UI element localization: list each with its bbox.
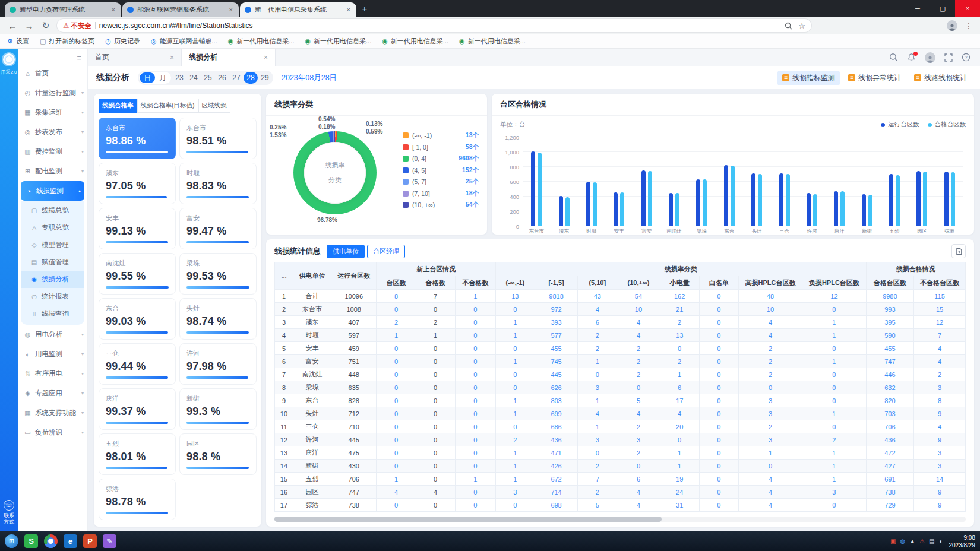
table-cell-link[interactable]: 395: [866, 316, 914, 329]
table-cell-link[interactable]: 2: [802, 433, 866, 446]
table-cell-link[interactable]: 6: [617, 473, 660, 486]
bar-运行台区数[interactable]: [614, 192, 618, 226]
table-cell-link[interactable]: 2: [377, 316, 416, 329]
table-cell-link[interactable]: 0: [699, 420, 738, 433]
export-button[interactable]: [951, 244, 966, 258]
sidebar-item[interactable]: ⇅有序用电▾: [18, 364, 87, 384]
table-cell-link[interactable]: 1: [802, 407, 866, 420]
bookmark-item[interactable]: ◷ 历史记录: [105, 37, 140, 46]
table-cell-link[interactable]: 3: [578, 433, 617, 446]
table-cell-link[interactable]: 0: [455, 407, 495, 420]
table-cell-link[interactable]: 1: [495, 460, 535, 473]
period-option[interactable]: 月: [155, 72, 170, 83]
wps-icon[interactable]: S: [24, 534, 38, 548]
bar-运行台区数[interactable]: [889, 174, 893, 226]
table-cell-link[interactable]: 0: [377, 446, 416, 460]
legend-item[interactable]: 运行台区数: [881, 121, 919, 129]
table-cell-link[interactable]: 9: [914, 407, 966, 420]
table-cell-link[interactable]: 0: [495, 420, 535, 433]
region-card[interactable]: 弶港 98.78 %: [99, 479, 176, 520]
table-cell-link[interactable]: 632: [866, 381, 914, 394]
table-cell-link[interactable]: 9: [914, 499, 966, 512]
sidebar-item[interactable]: ▦采集运维▾: [18, 103, 87, 122]
table-cell-link[interactable]: 3: [914, 460, 966, 473]
sidebar-item[interactable]: ◎抄表发布▾: [18, 122, 87, 142]
table-cell-link[interactable]: 0: [802, 303, 866, 316]
sidebar-subitem[interactable]: ▢线损总览: [21, 202, 84, 219]
table-cell-link[interactable]: 0: [455, 355, 495, 368]
table-cell-link[interactable]: 0: [699, 460, 738, 473]
profile-avatar[interactable]: [947, 20, 957, 31]
horizontal-scrollbar[interactable]: [274, 517, 966, 522]
bar-group[interactable]: [936, 137, 963, 226]
table-cell-link[interactable]: 1: [802, 316, 866, 329]
table-cell-link[interactable]: 0: [377, 368, 416, 381]
table-cell-link[interactable]: 747: [866, 355, 914, 368]
table-cell-link[interactable]: 0: [578, 368, 617, 381]
table-cell-link[interactable]: 0: [699, 473, 738, 486]
table-cell-link[interactable]: 472: [866, 446, 914, 460]
table-cell-link[interactable]: 729: [866, 499, 914, 512]
table-cell-link[interactable]: 2: [738, 342, 802, 355]
sidebar-subitem[interactable]: ▯线损查询: [21, 305, 84, 322]
table-cell-link[interactable]: 0: [455, 329, 495, 342]
day-option[interactable]: 29: [258, 72, 272, 84]
table-cell-link[interactable]: 0: [802, 394, 866, 407]
table-cell-link[interactable]: 0: [377, 342, 416, 355]
table-cell-link[interactable]: 1: [738, 446, 802, 460]
table-cell-link[interactable]: 803: [535, 394, 577, 407]
table-cell-link[interactable]: 8: [914, 394, 966, 407]
table-cell-link[interactable]: 0: [699, 355, 738, 368]
forward-icon[interactable]: →: [24, 21, 34, 31]
table-cell-link[interactable]: 1: [377, 329, 416, 342]
table-cell-link[interactable]: 48: [738, 290, 802, 303]
table-cell-link[interactable]: 1: [578, 355, 617, 368]
region-card[interactable]: 新街 99.3 %: [179, 388, 257, 430]
loss-rate-donut-chart[interactable]: 线损率 分类: [293, 131, 377, 214]
table-cell-link[interactable]: 0: [455, 446, 495, 460]
table-cell-link[interactable]: 6: [660, 381, 699, 394]
day-option[interactable]: 24: [186, 72, 201, 84]
table-cell-link[interactable]: 0: [377, 460, 416, 473]
paint-app-icon[interactable]: ✎: [103, 534, 116, 548]
table-cell-link[interactable]: 4: [738, 499, 802, 512]
table-cell-link[interactable]: 3: [738, 407, 802, 420]
table-cell-link[interactable]: 0: [802, 420, 866, 433]
bar-运行台区数[interactable]: [696, 179, 700, 226]
table-cell-link[interactable]: 0: [495, 499, 535, 512]
view-button[interactable]: ≣ 线路线损统计: [909, 71, 972, 86]
table-cell-link[interactable]: 0: [699, 394, 738, 407]
day-option[interactable]: 25: [201, 72, 215, 84]
table-cell-link[interactable]: 0: [377, 303, 416, 316]
table-cell-link[interactable]: 0: [455, 433, 495, 446]
table-cell-link[interactable]: 4: [578, 303, 617, 316]
bar-合格台区数[interactable]: [648, 171, 652, 226]
view-button[interactable]: ≣ 线损指标监测: [777, 71, 840, 86]
table-cell-link[interactable]: 4: [914, 342, 966, 355]
table-cell-link[interactable]: 706: [866, 420, 914, 433]
table-cell-link[interactable]: 4: [738, 329, 802, 342]
security-warning[interactable]: ⚠不安全: [63, 21, 91, 30]
table-cell-link[interactable]: 0: [699, 499, 738, 512]
table-cell-link[interactable]: 14: [914, 473, 966, 486]
region-card[interactable]: 溱东 97.05 %: [99, 163, 176, 204]
table-cell-link[interactable]: 0: [578, 446, 617, 460]
notification-bell-icon[interactable]: [907, 53, 916, 62]
table-cell-link[interactable]: 10: [617, 303, 660, 316]
bar-group[interactable]: [523, 137, 550, 226]
bookmark-item[interactable]: ◎ 能源互联网营销服...: [151, 37, 217, 46]
table-cell-link[interactable]: 0: [699, 368, 738, 381]
user-avatar[interactable]: [925, 52, 935, 63]
table-cell-link[interactable]: 24: [660, 486, 699, 499]
table-cell-link[interactable]: 4: [738, 486, 802, 499]
table-cell-link[interactable]: 0: [455, 368, 495, 381]
table-cell-link[interactable]: 0: [660, 342, 699, 355]
tab-close-icon[interactable]: ×: [346, 6, 352, 13]
pass-rate-tab[interactable]: 线损合格率(目标值): [137, 99, 198, 113]
bar-运行台区数[interactable]: [586, 182, 590, 226]
browser-tab[interactable]: 新型电力负荷管理系统 ×: [5, 2, 121, 17]
pass-rate-tab[interactable]: 线损合格率: [99, 99, 137, 113]
sidebar-item[interactable]: ▥费控监测▾: [18, 142, 87, 162]
back-icon[interactable]: ←: [7, 21, 18, 31]
table-cell-link[interactable]: 2: [617, 368, 660, 381]
